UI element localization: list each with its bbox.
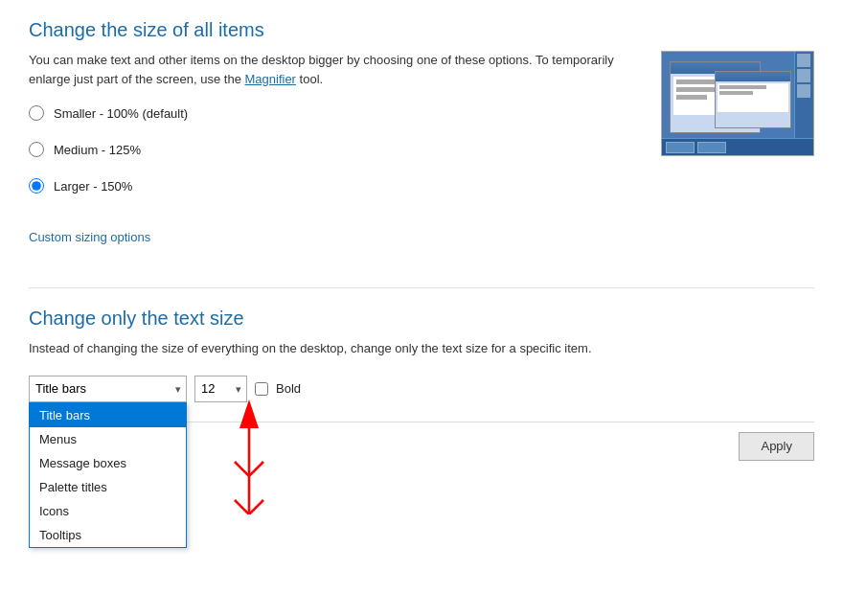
radio-medium-input[interactable] — [29, 142, 44, 157]
dropdown-item-title-bars[interactable]: Title bars — [30, 403, 186, 427]
section2-title: Change only the text size — [29, 308, 814, 330]
bold-label[interactable]: Bold — [276, 381, 301, 396]
custom-sizing-link[interactable]: Custom sizing options — [29, 230, 150, 244]
dropdown-item-icons[interactable]: Icons — [30, 499, 186, 523]
radio-medium[interactable]: Medium - 125% — [29, 142, 623, 157]
dropdown-item-tooltips[interactable]: Tooltips — [30, 523, 186, 547]
section2-description: Instead of changing the size of everythi… — [29, 339, 699, 358]
dropdown-item-message-boxes[interactable]: Message boxes — [30, 451, 186, 475]
apply-button[interactable]: Apply — [739, 432, 814, 461]
section-divider — [29, 287, 814, 288]
font-size-dropdown-wrapper[interactable]: 8 9 10 11 12 14 16 18 20 — [194, 376, 247, 402]
bold-checkbox[interactable] — [255, 382, 268, 396]
item-type-dropdown-list: Title bars Menus Message boxes Palette t… — [29, 402, 187, 548]
size-radio-group: Smaller - 100% (default) Medium - 125% L… — [29, 105, 623, 194]
radio-smaller[interactable]: Smaller - 100% (default) — [29, 105, 623, 121]
text-size-controls: Title bars Menus Message boxes Palette t… — [29, 376, 814, 402]
item-type-select[interactable]: Title bars Menus Message boxes Palette t… — [29, 376, 187, 402]
font-size-select[interactable]: 8 9 10 11 12 14 16 18 20 — [194, 376, 247, 402]
radio-medium-label: Medium - 125% — [54, 143, 141, 157]
dropdown-item-palette-titles[interactable]: Palette titles — [30, 475, 186, 499]
size-preview-image — [661, 51, 814, 156]
section1-description: You can make text and other items on the… — [29, 51, 623, 88]
radio-larger-input[interactable] — [29, 178, 44, 194]
section2: Change only the text size Instead of cha… — [29, 308, 814, 461]
radio-larger[interactable]: Larger - 150% — [29, 178, 623, 194]
magnifier-link[interactable]: Magnifier — [244, 72, 295, 86]
text-size-controls-row: Title bars Menus Message boxes Palette t… — [29, 376, 814, 402]
radio-smaller-label: Smaller - 100% (default) — [54, 106, 188, 121]
item-type-dropdown-wrapper[interactable]: Title bars Menus Message boxes Palette t… — [29, 376, 187, 402]
dropdown-item-menus[interactable]: Menus — [30, 427, 186, 451]
section1-title: Change the size of all items — [29, 19, 814, 41]
radio-larger-label: Larger - 150% — [54, 179, 132, 194]
radio-smaller-input[interactable] — [29, 105, 44, 121]
